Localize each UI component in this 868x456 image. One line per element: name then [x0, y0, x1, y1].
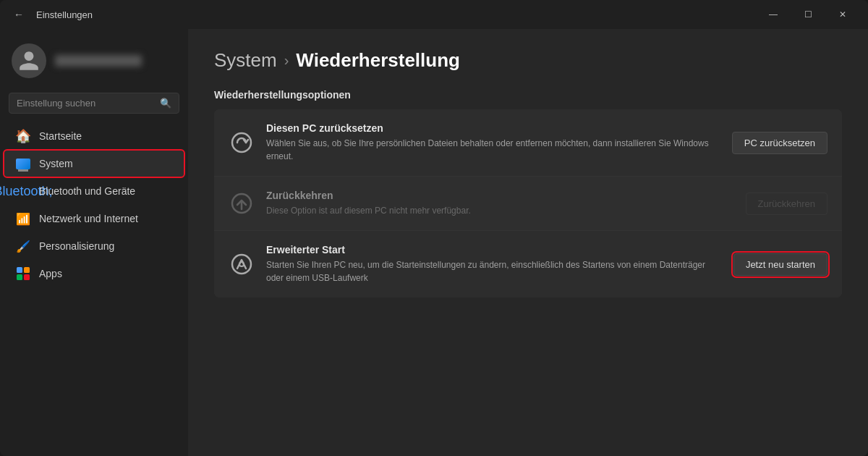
rollback-text: Zurückkehren Diese Option ist auf diesem…: [266, 190, 734, 217]
sidebar-item-apps[interactable]: Apps: [4, 261, 184, 287]
back-button[interactable]: ←: [9, 4, 29, 25]
sidebar-item-label: Startseite: [39, 130, 82, 142]
home-icon: 🏠: [16, 129, 30, 143]
breadcrumb-chevron: ›: [284, 52, 289, 69]
close-button[interactable]: ✕: [826, 3, 859, 26]
advanced-start-button[interactable]: Jetzt neu starten: [733, 253, 827, 276]
rollback-button: Zurückkehren: [746, 193, 827, 215]
titlebar: ← Einstellungen — ☐ ✕: [0, 0, 868, 29]
search-icon: 🔍: [160, 98, 171, 109]
bluetooth-icon: Bluetooth;: [16, 184, 30, 198]
advanced-desc: Starten Sie Ihren PC neu, um die Startei…: [266, 258, 722, 284]
main-content: 🔍 🏠 Startseite System Bluetooth;: [0, 29, 868, 456]
window-title: Einstellungen: [36, 9, 93, 20]
rollback-title: Zurückkehren: [266, 190, 734, 201]
settings-window: ← Einstellungen — ☐ ✕ 🔍: [0, 0, 868, 456]
page-header: System › Wiederherstellung: [214, 49, 842, 72]
paint-icon: 🖌️: [16, 239, 30, 253]
reset-title: Diesen PC zurücksetzen: [266, 122, 720, 134]
sidebar-item-label: Apps: [39, 268, 62, 279]
reset-button[interactable]: PC zurücksetzen: [732, 132, 827, 154]
username: [55, 55, 142, 67]
sidebar-item-personalisierung[interactable]: 🖌️ Personalisierung: [4, 233, 184, 259]
svg-rect-2: [17, 274, 22, 280]
svg-point-4: [232, 133, 251, 152]
advanced-title: Erweiterter Start: [266, 244, 722, 256]
sidebar-item-system[interactable]: System: [4, 151, 184, 177]
svg-point-7: [239, 262, 244, 266]
breadcrumb-parent: System: [214, 49, 277, 72]
sidebar-item-label: Bluetooth und Geräte: [39, 185, 135, 197]
rollback-icon: [229, 190, 255, 216]
sidebar-item-startseite[interactable]: 🏠 Startseite: [4, 123, 184, 149]
user-avatar-icon: [17, 49, 41, 72]
search-box[interactable]: 🔍: [9, 93, 179, 114]
reset-desc: Wählen Sie aus, ob Sie Ihre persönlichen…: [266, 137, 720, 163]
svg-rect-3: [24, 274, 30, 280]
reset-text: Diesen PC zurücksetzen Wählen Sie aus, o…: [266, 122, 720, 163]
main-panel: System › Wiederherstellung Wiederherstel…: [188, 29, 868, 456]
advanced-text: Erweiterter Start Starten Sie Ihren PC n…: [266, 244, 722, 284]
sidebar-item-netzwerk[interactable]: 📶 Netzwerk und Internet: [4, 206, 184, 232]
sidebar-item-bluetooth[interactable]: Bluetooth; Bluetooth und Geräte: [4, 178, 184, 204]
svg-point-6: [232, 255, 251, 274]
wifi-icon: 📶: [16, 211, 30, 226]
sidebar: 🔍 🏠 Startseite System Bluetooth;: [0, 29, 188, 456]
apps-icon: [16, 266, 30, 281]
sidebar-item-label: Personalisierung: [39, 240, 114, 252]
search-input[interactable]: [17, 98, 154, 109]
avatar: [12, 43, 46, 78]
rollback-desc: Diese Option ist auf diesem PC nicht meh…: [266, 204, 734, 217]
sidebar-item-label: System: [39, 158, 73, 169]
recovery-option-advanced: Erweiterter Start Starten Sie Ihren PC n…: [214, 231, 842, 297]
user-section: [0, 38, 188, 90]
recovery-option-rollback: Zurückkehren Diese Option ist auf diesem…: [214, 177, 842, 230]
sidebar-item-label: Netzwerk und Internet: [39, 213, 138, 224]
reset-icon: [229, 130, 255, 156]
window-controls: — ☐ ✕: [757, 3, 859, 26]
minimize-button[interactable]: —: [757, 3, 790, 26]
breadcrumb-current: Wiederherstellung: [296, 49, 460, 72]
advanced-icon: [229, 251, 255, 277]
recovery-options: Diesen PC zurücksetzen Wählen Sie aus, o…: [214, 109, 842, 297]
system-icon: [16, 156, 30, 171]
recovery-option-reset: Diesen PC zurücksetzen Wählen Sie aus, o…: [214, 109, 842, 176]
section-title: Wiederherstellungsoptionen: [214, 89, 842, 101]
maximize-button[interactable]: ☐: [791, 3, 825, 26]
svg-rect-1: [24, 267, 30, 273]
svg-rect-0: [17, 267, 22, 273]
